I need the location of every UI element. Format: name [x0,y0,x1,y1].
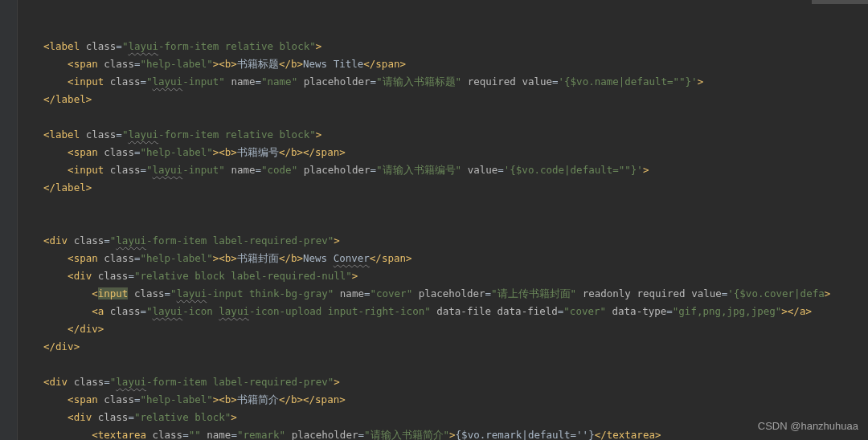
code-line[interactable]: <span class="help-label"><b>书籍封面</b>News… [43,250,868,267]
code-line[interactable] [43,20,868,38]
editor-gutter [0,0,18,440]
code-line[interactable]: <span class="help-label"><b>书籍编号</b></sp… [43,144,868,161]
code-line[interactable]: <div class="layui-form-item label-requir… [43,232,868,250]
code-line[interactable]: <div class="relative block label-require… [43,267,868,285]
code-line[interactable]: </label> [43,179,868,197]
code-line[interactable] [43,108,868,126]
code-line[interactable]: <div class="layui-form-item label-requir… [43,373,868,391]
code-line[interactable]: <input class="layui-input" name="code" p… [43,161,868,179]
code-line[interactable]: <textarea class="" name="remark" placeho… [43,426,868,440]
code-line[interactable] [43,2,868,20]
code-line[interactable]: </div> [43,338,868,356]
code-line[interactable] [43,356,868,373]
code-line[interactable]: <span class="help-label"><b>书籍标题</b>News… [43,55,868,73]
code-line[interactable]: <input class="layui-input" name="name" p… [43,73,868,91]
code-editor[interactable]: <label class="layui-form-item relative b… [0,0,868,440]
code-line[interactable]: <input class="layui-input think-bg-gray"… [43,285,868,303]
code-line[interactable]: <span class="help-label"><b>书籍简介</b></sp… [43,391,868,409]
code-line[interactable]: <label class="layui-form-item relative b… [43,38,868,55]
code-line[interactable]: <a class="layui-icon layui-icon-upload i… [43,303,868,320]
code-line[interactable]: </label> [43,91,868,108]
code-line[interactable]: <label class="layui-form-item relative b… [43,126,868,144]
scrollbar-thumb[interactable] [812,0,868,4]
code-line[interactable] [43,214,868,232]
watermark: CSDN @hanzhuhuaa [758,418,858,435]
code-line[interactable]: </div> [43,320,868,338]
code-line[interactable]: <div class="relative block"> [43,409,868,426]
code-line[interactable] [43,197,868,214]
